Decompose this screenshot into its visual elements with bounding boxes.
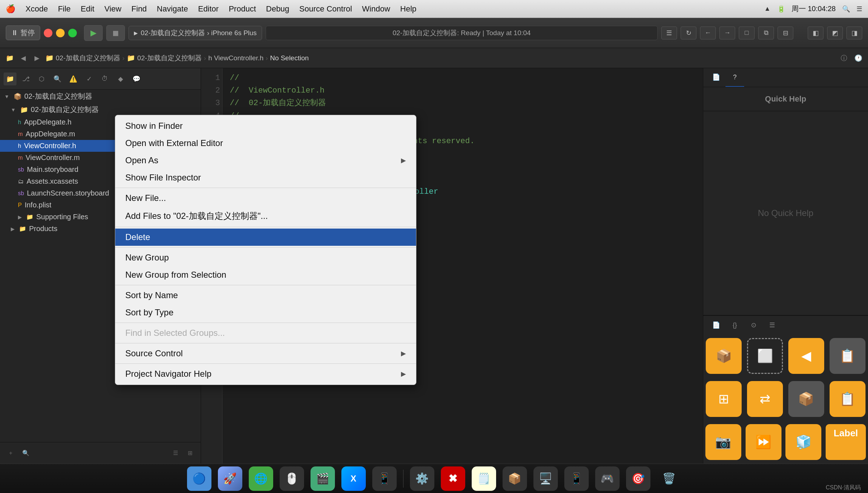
utilities-panel-button[interactable]: ◨ <box>846 27 862 39</box>
apple-menu-icon[interactable]: 🍎 <box>6 4 15 14</box>
ctx-open-external[interactable]: Open with External Editor <box>115 135 416 152</box>
minimize-button[interactable] <box>56 29 65 37</box>
breadcrumb-symbol[interactable]: No Selection <box>270 54 309 62</box>
dock-app6[interactable]: 🎯 <box>626 466 650 491</box>
dock-app2[interactable]: 📦 <box>503 466 527 491</box>
menu-product[interactable]: Product <box>229 4 256 14</box>
lib-button-clip[interactable]: 📋 <box>830 381 865 417</box>
tab-file-templates[interactable]: 📄 <box>707 316 725 334</box>
menu-file[interactable]: File <box>58 4 70 14</box>
dock-xmind[interactable]: ✖ <box>441 466 465 491</box>
menu-window[interactable]: Window <box>362 4 390 14</box>
ctx-project-navigator-help[interactable]: Project Navigator Help ▶ <box>115 365 416 382</box>
related-files-button[interactable]: 🕐 <box>853 53 864 64</box>
menu-debug[interactable]: Debug <box>266 4 289 14</box>
search-icon[interactable]: 🔍 <box>842 5 850 13</box>
lib-button-camera[interactable]: 📷 <box>705 424 741 460</box>
forward-button[interactable]: → <box>719 27 735 39</box>
menu-editor[interactable]: Editor <box>198 4 219 14</box>
nav-forward-arrow[interactable]: ▶ <box>32 53 42 64</box>
ctx-sort-by-type[interactable]: Sort by Type <box>115 304 416 321</box>
single-editor-button[interactable]: □ <box>739 27 755 39</box>
dock-safari[interactable]: 🌐 <box>249 466 273 491</box>
dock-finder[interactable]: 🔵 <box>187 466 211 491</box>
filter-button[interactable]: 🔍 <box>20 447 32 459</box>
dock-xcode[interactable]: X <box>341 466 366 491</box>
navigator-toggle[interactable]: ☰ <box>661 27 677 39</box>
tab-project-navigator[interactable]: 📁 <box>4 72 17 85</box>
menu-source-control[interactable]: Source Control <box>299 4 352 14</box>
run-button[interactable]: ▶ <box>84 25 103 41</box>
ctx-show-file-inspector[interactable]: Show File Inspector <box>115 169 416 186</box>
tab-breakpoint-navigator[interactable]: ◆ <box>114 72 127 85</box>
breadcrumb-group[interactable]: 📁 02-加载自定义控制器 <box>127 53 202 63</box>
lib-button-box[interactable]: 📦 <box>788 381 824 417</box>
tab-objects[interactable]: ⊙ <box>744 316 763 334</box>
lib-button-grid[interactable]: ⊞ <box>706 381 742 417</box>
tab-find-navigator[interactable]: 🔍 <box>51 72 64 85</box>
tree-item-group-main[interactable]: ▼ 📁 02-加载自定义控制器 <box>0 103 201 116</box>
tree-item-project[interactable]: ▼ 📦 02-加载自定义控制器 <box>0 90 201 103</box>
assistant-editor-button[interactable]: ⧉ <box>758 27 774 39</box>
close-button[interactable] <box>44 29 52 37</box>
ctx-new-file[interactable]: New File... <box>115 189 416 207</box>
tab-source-control[interactable]: ⎇ <box>19 72 32 85</box>
lib-button-label[interactable]: Label <box>826 424 866 460</box>
navigator-panel-button[interactable]: ◧ <box>808 27 823 39</box>
tab-log-navigator[interactable]: 💬 <box>130 72 143 85</box>
dock-app4[interactable]: 📱 <box>564 466 589 491</box>
tab-debug-navigator[interactable]: ⏱ <box>98 72 111 85</box>
lib-button-play[interactable]: ⏩ <box>746 424 781 460</box>
stop-button[interactable]: ◼ <box>106 25 125 41</box>
ctx-show-in-finder[interactable]: Show in Finder <box>115 117 416 135</box>
ctx-new-group-from-selection[interactable]: New Group from Selection <box>115 266 416 283</box>
dock-launchpad[interactable]: 🚀 <box>218 466 242 491</box>
dock-simulator[interactable]: 📱 <box>372 466 397 491</box>
version-editor-button[interactable]: ⊟ <box>778 27 793 39</box>
ctx-add-files[interactable]: Add Files to "02-加载自定义控制器"... <box>115 207 416 225</box>
tab-quick-help[interactable]: ? <box>725 68 744 87</box>
file-info-button[interactable]: ⓘ <box>839 53 849 64</box>
tab-file-inspector[interactable]: 📄 <box>707 68 725 87</box>
menu-navigate[interactable]: Navigate <box>157 4 188 14</box>
ctx-open-as[interactable]: Open As ▶ <box>115 152 416 169</box>
ctx-source-control[interactable]: Source Control ▶ <box>115 345 416 362</box>
debug-panel-button[interactable]: ◩ <box>827 27 843 39</box>
dock-app3[interactable]: 🖥️ <box>533 466 558 491</box>
tab-issue-navigator[interactable]: ⚠️ <box>67 72 80 85</box>
pause-button[interactable]: ⏸ 暂停 <box>6 25 40 40</box>
refresh-button[interactable]: ↻ <box>681 27 696 39</box>
tab-media[interactable]: ☰ <box>763 316 781 334</box>
dock-system-prefs[interactable]: ⚙️ <box>410 466 434 491</box>
fullscreen-button[interactable] <box>68 29 77 37</box>
ctx-delete[interactable]: Delete <box>115 229 416 246</box>
tab-test-navigator[interactable]: ✓ <box>83 72 95 85</box>
dock-trash[interactable]: 🗑️ <box>657 466 681 491</box>
breadcrumb-file[interactable]: h ViewController.h <box>208 54 263 62</box>
menu-find[interactable]: Find <box>131 4 147 14</box>
tab-symbol-navigator[interactable]: ⬡ <box>35 72 48 85</box>
lib-button-toggle[interactable]: ⇄ <box>747 381 783 417</box>
dock-app5[interactable]: 🎮 <box>595 466 620 491</box>
lib-button-empty[interactable]: ⬜ <box>747 338 783 374</box>
dock-mouse[interactable]: 🖱️ <box>280 466 304 491</box>
nav-back-arrow[interactable]: ◀ <box>18 53 29 64</box>
lib-button-cube[interactable]: 🧊 <box>785 424 821 460</box>
view-options-button[interactable]: ☰ <box>170 447 181 459</box>
menu-edit[interactable]: Edit <box>81 4 94 14</box>
sidebar-toggle-icon[interactable]: ☰ <box>857 5 862 13</box>
dock-quicktime[interactable]: 🎬 <box>311 466 335 491</box>
sort-button[interactable]: ⊞ <box>184 447 196 459</box>
ctx-new-group[interactable]: New Group <box>115 249 416 266</box>
add-file-button[interactable]: + <box>5 447 17 459</box>
menu-help[interactable]: Help <box>400 4 416 14</box>
lib-button-back[interactable]: ◀ <box>788 338 824 374</box>
menu-view[interactable]: View <box>104 4 121 14</box>
dock-notes[interactable]: 🗒️ <box>472 466 496 491</box>
lib-button-list[interactable]: 📋 <box>830 338 865 374</box>
back-button[interactable]: ← <box>700 27 716 39</box>
lib-button-view[interactable]: 📦 <box>706 338 742 374</box>
ctx-sort-by-name[interactable]: Sort by Name <box>115 287 416 304</box>
menu-xcode[interactable]: Xcode <box>25 4 48 14</box>
scheme-selector[interactable]: ▶ 02-加载自定义控制器 › iPhone 6s Plus <box>129 26 262 40</box>
